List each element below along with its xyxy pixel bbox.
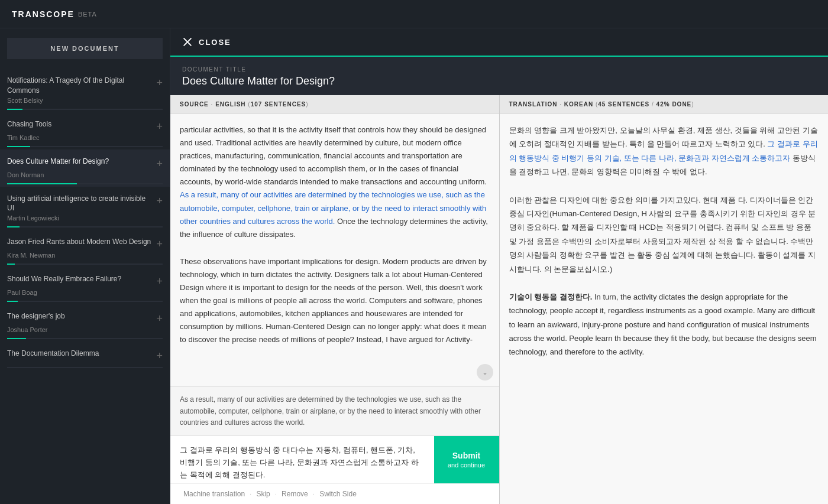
submit-btn-main-text: Submit (452, 451, 480, 460)
sidebar-item-title-6: The designer's job (7, 311, 156, 321)
translation-language: KOREAN (564, 101, 593, 108)
progress-bar-bg-2 (7, 183, 163, 184)
progress-bar-fill-6 (7, 338, 26, 339)
progress-bar-fill-4 (7, 264, 15, 265)
remove-action[interactable]: Remove (278, 489, 312, 499)
sidebar-item-title-4: Jason Fried Rants about Modern Web Desig… (7, 237, 156, 247)
sidebar-item-title-2: Does Culture Matter for Design? (7, 157, 156, 167)
skip-action[interactable]: Skip (253, 489, 273, 499)
progress-bar-fill-5 (7, 301, 18, 302)
content-area: CLOSE DOCUMENT TITLE Does Culture Matter… (170, 28, 828, 504)
translation-panel-content: 문화의 영향을 크게 받아왔지만, 오늘날의 사무실 환경, 제품 생산, 것들… (500, 114, 829, 504)
scroll-down-indicator[interactable]: ⌄ (477, 364, 493, 381)
sidebar-item-author-4: Kira M. Newman (7, 252, 163, 259)
progress-bar-bg-0 (7, 109, 163, 110)
source-panel: SOURCE · ENGLISH (107 sentences) particu… (170, 95, 499, 504)
sidebar-item-title-5: Should We Really Embrace Failure? (7, 274, 156, 284)
close-label: CLOSE (199, 38, 231, 47)
sidebar-item-author-1: Tim Kadlec (7, 134, 163, 141)
korean-para-3: 기술이 행동을 결정한다. In turn, the activity dict… (509, 290, 819, 359)
translation-panel-header: TRANSLATION · KOREAN (45 sentences / 42%… (500, 95, 829, 114)
progress-bar-bg-3 (7, 226, 163, 227)
sidebar-item-7[interactable]: The Documentation Dilemma + (0, 342, 170, 370)
source-sentence-count: 107 sentences (251, 101, 306, 108)
submit-btn-sub-text: and continue (448, 461, 485, 469)
sidebar-plus-3[interactable]: + (156, 195, 163, 207)
progress-bar-fill-3 (7, 226, 20, 227)
translation-input[interactable] (170, 436, 434, 483)
main-layout: NEW DOCUMENT Notifications: A Tragedy Of… (0, 28, 828, 504)
panels-area: SOURCE · ENGLISH (107 sentences) particu… (170, 95, 828, 504)
submit-continue-button[interactable]: Submit and continue (434, 436, 499, 483)
progress-bar-bg-1 (7, 146, 163, 147)
translation-label: TRANSLATION (509, 101, 558, 108)
document-title: Does Culture Matter for Design? (182, 75, 816, 87)
sidebar-item-author-2: Don Norman (7, 171, 163, 178)
source-para-2: These observations have important implic… (180, 255, 490, 347)
progress-bar-bg-7 (7, 367, 163, 368)
progress-bar-bg-4 (7, 264, 163, 265)
progress-bar-bg-5 (7, 301, 163, 302)
sidebar-plus-5[interactable]: + (156, 275, 163, 288)
sidebar-plus-4[interactable]: + (156, 238, 163, 251)
sidebar-plus-7[interactable]: + (156, 350, 163, 362)
app-beta: BETA (78, 11, 97, 18)
document-title-label: DOCUMENT TITLE (182, 66, 816, 73)
translation-progress: 42% done (656, 101, 692, 108)
translation-actions: Machine translation · Skip · Remove · Sw… (170, 483, 499, 504)
sidebar-plus-6[interactable]: + (156, 313, 163, 325)
translation-box: As a result, many of our activities are … (170, 386, 499, 504)
selected-sentence: As a result, many of our activities are … (170, 387, 499, 436)
sidebar-item-author-3: Martin Legowiecki (7, 214, 163, 222)
machine-translation-action[interactable]: Machine translation (180, 489, 248, 499)
sidebar-item-title-1: Chasing Tools (7, 119, 156, 129)
sidebar-item-1[interactable]: Chasing Tools + Tim Kadlec (0, 112, 170, 149)
sidebar-plus-1[interactable]: + (156, 121, 163, 133)
source-text-1: particular activities, so that it is the… (180, 125, 487, 186)
sidebar-item-3[interactable]: Using artificial intelligence to create … (0, 187, 170, 230)
progress-bar-fill-0 (7, 109, 22, 110)
sidebar-item-0[interactable]: Notifications: A Tragedy Of the Digital … (0, 69, 170, 112)
sidebar-plus-0[interactable]: + (156, 77, 163, 89)
progress-bar-bg-6 (7, 338, 163, 339)
source-panel-header: SOURCE · ENGLISH (107 sentences) (170, 95, 499, 114)
sidebar-item-5[interactable]: Should We Really Embrace Failure? + Paul… (0, 267, 170, 304)
new-document-button[interactable]: NEW DOCUMENT (7, 38, 163, 59)
close-button[interactable]: CLOSE (182, 37, 231, 47)
app-name: TRANSCOPE (12, 9, 75, 19)
document-title-area: DOCUMENT TITLE Does Culture Matter for D… (170, 57, 828, 95)
translation-panel: TRANSLATION · KOREAN (45 sentences / 42%… (500, 95, 829, 504)
switch-side-action[interactable]: Switch Side (316, 489, 360, 499)
sidebar-items-container: Notifications: A Tragedy Of the Digital … (0, 69, 170, 370)
source-language: ENGLISH (215, 101, 245, 108)
source-label: SOURCE (180, 101, 209, 108)
sidebar-plus-2[interactable]: + (156, 158, 163, 170)
korean-para-3-text: In turn, the activity dictates the desig… (509, 292, 817, 357)
sidebar-item-4[interactable]: Jason Fried Rants about Modern Web Desig… (0, 230, 170, 267)
sidebar-item-author-5: Paul Boag (7, 289, 163, 296)
close-bar: CLOSE (170, 28, 828, 57)
source-panel-content: particular activities, so that it is the… (170, 114, 499, 386)
top-bar: TRANSCOPE BETA (0, 0, 828, 28)
sidebar-item-6[interactable]: The designer's job + Joshua Porter (0, 304, 170, 342)
sidebar-item-author-6: Joshua Porter (7, 326, 163, 333)
sidebar-item-author-0: Scott Belsky (7, 97, 163, 104)
sidebar-item-2[interactable]: Does Culture Matter for Design? + Don No… (0, 149, 170, 187)
sidebar-item-title-7: The Documentation Dilemma (7, 349, 156, 359)
translation-input-row: Submit and continue (170, 436, 499, 483)
korean-para-2: 이러한 관찰은 디자인에 대한 중요한 의미를 가지고있다. 현대 제품 다. … (509, 193, 819, 276)
sidebar-item-title-0: Notifications: A Tragedy Of the Digital … (7, 76, 156, 96)
progress-bar-fill-2 (7, 183, 77, 184)
progress-bar-fill-1 (7, 146, 30, 147)
close-icon (182, 37, 193, 47)
korean-para-3-label: 기술이 행동을 결정한다. (509, 292, 593, 301)
korean-para-1: 문화의 영향을 크게 받아왔지만, 오늘날의 사무실 환경, 제품 생산, 것들… (509, 123, 819, 179)
sidebar-item-title-3: Using artificial intelligence to create … (7, 194, 156, 214)
translation-sentence-count: 45 sentences (598, 101, 649, 108)
sidebar: NEW DOCUMENT Notifications: A Tragedy Of… (0, 28, 170, 504)
source-para-1: particular activities, so that it is the… (180, 123, 490, 241)
